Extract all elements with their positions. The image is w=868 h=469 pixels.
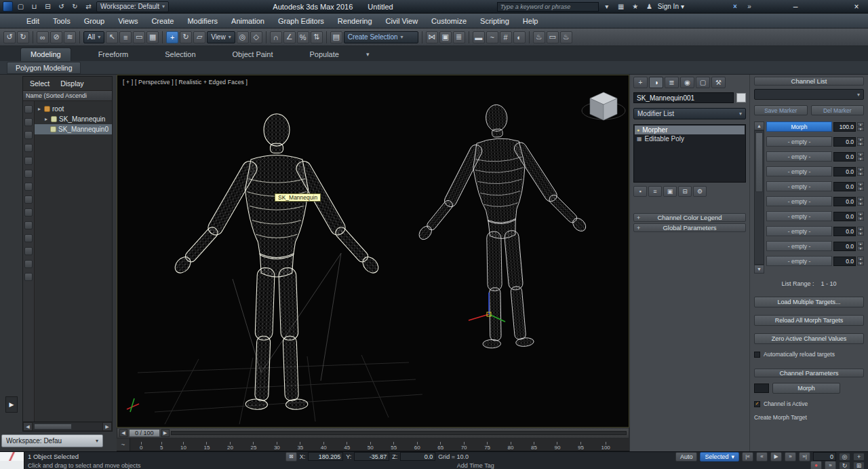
workspace-switcher-button[interactable]: Workspace: Defau ▾ xyxy=(1,434,103,447)
auto-key-button[interactable]: Auto xyxy=(675,452,698,462)
search-input[interactable] xyxy=(497,2,599,12)
scroll-up-icon[interactable]: ▲ xyxy=(754,121,764,130)
sign-in-button[interactable]: ♟ Sign In ▾ xyxy=(644,1,684,12)
channel-button[interactable]: - empty - xyxy=(766,226,832,236)
channel-scrollbar[interactable]: ▲ ▼ xyxy=(754,121,764,274)
explorer-toolbar-icon[interactable] xyxy=(24,157,33,165)
autodesk-x-icon[interactable]: × xyxy=(729,1,741,12)
set-keys-button[interactable]: ● xyxy=(810,461,822,469)
window-crossing-icon[interactable]: ▦ xyxy=(146,31,159,43)
channel-value-field[interactable]: 100.0 xyxy=(833,122,856,132)
channel-button[interactable]: - empty - xyxy=(766,196,832,206)
del-marker-button[interactable]: Del Marker xyxy=(811,105,865,115)
pan-icon[interactable]: + xyxy=(853,453,865,461)
scrollbar-thumb[interactable] xyxy=(755,132,763,192)
modifier-list-dropdown[interactable]: Modifier List ▾ xyxy=(633,108,746,119)
value-spinner[interactable]: ▴▾ xyxy=(857,212,864,221)
zoom-icon[interactable]: ◎ xyxy=(839,453,850,461)
project-toggle-icon[interactable]: ⇄ xyxy=(83,1,94,12)
scrollbar-thumb[interactable] xyxy=(34,424,72,430)
create-tab-icon[interactable]: + xyxy=(633,77,648,88)
communication-center-icon[interactable]: ▦ xyxy=(615,1,627,12)
auto-reload-checkbox[interactable] xyxy=(754,352,760,358)
explorer-name-column-header[interactable]: Name (Sorted Ascendi xyxy=(23,90,112,101)
go-to-start-button[interactable]: |« xyxy=(742,452,753,462)
track-bar[interactable]: ~ 0 5 10 15 20 25 30 35 40 45 50 55 60 6… xyxy=(117,438,629,451)
tab-object-paint[interactable]: Object Paint xyxy=(223,48,283,61)
expand-panel-arrow[interactable]: ▶ xyxy=(5,396,18,413)
redo-icon[interactable]: ↻ xyxy=(17,31,29,43)
channel-value-field[interactable]: 0.0 xyxy=(833,182,856,191)
menu-graph-editors[interactable]: Graph Editors xyxy=(272,16,330,26)
select-manipulate-icon[interactable]: ◇ xyxy=(250,31,262,43)
modifier-enabled-bulb-icon[interactable]: ● xyxy=(637,128,639,132)
save-file-icon[interactable]: ⊟ xyxy=(42,1,54,12)
save-marker-button[interactable]: Save Marker xyxy=(754,105,808,115)
tree-item-mannequin-selected[interactable]: SK_Mannequin0 xyxy=(35,124,112,134)
make-unique-icon[interactable]: ▣ xyxy=(663,186,677,197)
next-frame-icon[interactable]: ▶ xyxy=(161,429,170,437)
marker-dropdown[interactable]: ▾ xyxy=(754,89,864,100)
explorer-toolbar-icon[interactable] xyxy=(24,247,33,255)
menu-customize[interactable]: Customize xyxy=(425,16,473,26)
polygon-modeling-panel-tab[interactable]: Polygon Modeling xyxy=(7,62,81,74)
rendered-frame-window-icon[interactable]: ▭ xyxy=(547,31,559,43)
viewport-label[interactable]: [ + ] [ Perspective ] [ Realistic + Edge… xyxy=(123,79,248,86)
explorer-menu-display[interactable]: Display xyxy=(60,79,83,88)
menu-rendering[interactable]: Rendering xyxy=(332,16,378,26)
scrollbar-track[interactable] xyxy=(33,423,102,430)
pin-stack-icon[interactable]: ▪ xyxy=(633,186,647,197)
render-production-icon[interactable]: ♨ xyxy=(560,31,572,43)
channel-value-field[interactable]: 0.0 xyxy=(833,152,856,162)
motion-tab-icon[interactable]: ◉ xyxy=(680,77,694,88)
scroll-right-icon[interactable]: ▶ xyxy=(102,422,112,431)
perspective-viewport[interactable]: [ + ] [ Perspective ] [ Realistic + Edge… xyxy=(117,75,629,428)
stack-item-editable-poly[interactable]: ▦ Editable Poly xyxy=(635,134,745,143)
material-editor-icon[interactable]: ◐ xyxy=(513,31,526,43)
bind-spacewarp-icon[interactable]: ≋ xyxy=(64,31,76,43)
value-spinner[interactable]: ▴▾ xyxy=(857,242,864,250)
mannequin-right[interactable] xyxy=(409,100,595,352)
tab-modeling[interactable]: Modeling xyxy=(20,48,71,61)
explorer-toolbar-icon[interactable] xyxy=(24,234,33,242)
modify-tab-icon[interactable]: ◑ xyxy=(649,77,663,88)
explorer-toolbar-icon[interactable] xyxy=(24,260,33,268)
scrollbar-track[interactable] xyxy=(754,130,764,265)
unlink-selection-icon[interactable]: ⊘ xyxy=(50,31,62,43)
menu-edit[interactable]: Edit xyxy=(20,16,45,26)
remove-modifier-icon[interactable]: ⊟ xyxy=(678,186,692,197)
menu-help[interactable]: Help xyxy=(517,16,545,26)
channel-button[interactable]: - empty - xyxy=(766,151,832,162)
menu-views[interactable]: Views xyxy=(112,16,144,26)
create-morph-target-label[interactable]: Create Morph Target xyxy=(754,414,807,421)
channel-button[interactable]: - empty - xyxy=(766,256,832,266)
maximize-viewport-icon[interactable]: ⊞ xyxy=(853,462,865,469)
time-slider[interactable]: ◀ 0 / 100 ▶ xyxy=(117,428,629,438)
select-and-scale-icon[interactable]: ▱ xyxy=(193,31,205,43)
selection-lock-icon[interactable]: ⊠ xyxy=(285,452,297,462)
schematic-view-icon[interactable]: # xyxy=(500,31,512,43)
coordinate-x-field[interactable]: 180.205 xyxy=(308,452,343,461)
selected-set-dropdown[interactable]: Selected ▾ xyxy=(700,452,739,462)
edit-named-selections-icon[interactable]: ▤ xyxy=(330,31,342,43)
channel-value-field[interactable]: 0.0 xyxy=(833,242,856,251)
reference-coordinate-dropdown[interactable]: View ▾ xyxy=(207,31,235,43)
zero-active-channel-values-button[interactable]: Zero Active Channel Values xyxy=(754,333,864,344)
percent-snap-icon[interactable]: % xyxy=(297,31,309,43)
use-pivot-center-icon[interactable]: ◎ xyxy=(237,31,249,43)
time-slider-track[interactable] xyxy=(171,431,627,435)
explorer-toolbar-icon[interactable] xyxy=(24,221,33,229)
rollout-channel-list[interactable]: Channel List xyxy=(754,77,864,86)
select-and-rotate-icon[interactable]: ↻ xyxy=(180,31,192,43)
spinner-snap-icon[interactable]: ⇅ xyxy=(311,31,323,43)
open-file-icon[interactable]: ⊔ xyxy=(28,1,40,12)
orbit-icon[interactable]: ↻ xyxy=(839,462,850,469)
explorer-horizontal-scrollbar[interactable]: ◀ ▶ xyxy=(23,421,112,431)
rollout-channel-parameters[interactable]: Channel Parameters xyxy=(754,369,864,377)
menu-create[interactable]: Create xyxy=(145,16,180,26)
menu-civil-view[interactable]: Civil View xyxy=(380,16,424,26)
channel-button[interactable]: - empty - xyxy=(766,136,832,147)
scroll-left-icon[interactable]: ◀ xyxy=(23,422,33,431)
frame-ruler[interactable]: 0 5 10 15 20 25 30 35 40 45 50 55 60 65 … xyxy=(130,438,629,451)
channel-button[interactable]: - empty - xyxy=(766,166,832,176)
